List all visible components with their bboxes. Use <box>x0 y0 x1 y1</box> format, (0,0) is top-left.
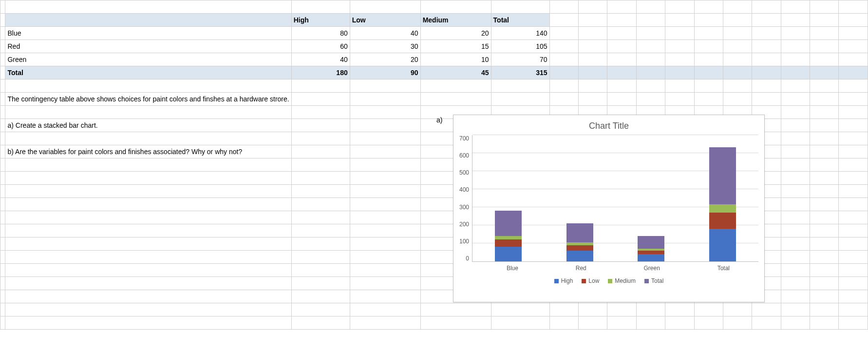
cell[interactable] <box>291 198 350 211</box>
cell[interactable] <box>781 53 810 66</box>
cell[interactable] <box>694 0 723 14</box>
cell[interactable] <box>636 14 665 27</box>
cell[interactable] <box>723 14 752 27</box>
legend-item[interactable]: Medium <box>608 277 636 284</box>
cell[interactable] <box>723 66 752 79</box>
cell[interactable] <box>839 66 868 79</box>
cell[interactable] <box>350 185 420 198</box>
cell[interactable] <box>291 224 350 237</box>
cell[interactable] <box>420 0 491 14</box>
cell[interactable] <box>810 251 839 264</box>
cell[interactable] <box>491 79 549 93</box>
cell[interactable] <box>578 316 607 330</box>
cell[interactable] <box>839 211 868 224</box>
table-cell[interactable]: 15 <box>420 40 491 53</box>
cell[interactable] <box>5 290 291 303</box>
cell[interactable] <box>0 185 5 198</box>
cell[interactable] <box>607 14 636 27</box>
cell[interactable] <box>0 172 5 185</box>
cell[interactable] <box>0 27 5 40</box>
cell[interactable] <box>781 290 810 303</box>
cell[interactable] <box>665 316 694 330</box>
cell[interactable] <box>491 303 549 316</box>
bar-green[interactable] <box>616 135 687 261</box>
cell[interactable] <box>839 132 868 145</box>
cell[interactable] <box>781 145 810 158</box>
cell[interactable] <box>839 0 868 14</box>
cell[interactable] <box>781 198 810 211</box>
cell[interactable] <box>781 0 810 14</box>
cell[interactable] <box>5 158 291 172</box>
cell[interactable] <box>491 0 549 14</box>
cell[interactable] <box>0 132 5 145</box>
table-total-label[interactable]: Total <box>5 66 291 79</box>
table-cell[interactable]: 20 <box>420 27 491 40</box>
cell[interactable] <box>781 93 810 106</box>
cell[interactable] <box>781 185 810 198</box>
cell[interactable] <box>350 158 420 172</box>
cell[interactable] <box>5 303 291 316</box>
cell[interactable] <box>0 303 5 316</box>
cell[interactable] <box>607 93 636 106</box>
cell[interactable] <box>665 53 694 66</box>
cell[interactable] <box>291 0 350 14</box>
table-total-cell[interactable]: 315 <box>491 66 549 79</box>
cell[interactable] <box>810 198 839 211</box>
cell[interactable] <box>5 251 291 264</box>
cell[interactable] <box>549 14 578 27</box>
cell[interactable] <box>781 303 810 316</box>
cell[interactable] <box>636 79 665 93</box>
table-cell[interactable]: 60 <box>291 40 350 53</box>
cell[interactable] <box>5 224 291 237</box>
table-header[interactable]: High <box>291 14 350 27</box>
cell[interactable] <box>810 277 839 290</box>
cell[interactable] <box>839 185 868 198</box>
cell[interactable] <box>0 198 5 211</box>
cell[interactable] <box>350 251 420 264</box>
cell[interactable] <box>578 0 607 14</box>
cell[interactable] <box>839 93 868 106</box>
cell[interactable] <box>607 316 636 330</box>
cell[interactable] <box>665 79 694 93</box>
bar-total[interactable] <box>687 135 758 261</box>
cell[interactable] <box>350 119 420 132</box>
table-cell[interactable]: 140 <box>491 27 549 40</box>
cell[interactable] <box>839 198 868 211</box>
cell[interactable] <box>291 158 350 172</box>
cell[interactable] <box>752 27 781 40</box>
table-cell[interactable]: 30 <box>350 40 420 53</box>
cell[interactable] <box>810 145 839 158</box>
table-row-label[interactable]: Green <box>5 53 291 66</box>
cell[interactable] <box>810 316 839 330</box>
cell[interactable] <box>839 237 868 251</box>
cell[interactable] <box>665 303 694 316</box>
cell[interactable] <box>578 27 607 40</box>
cell[interactable] <box>607 79 636 93</box>
cell[interactable] <box>607 27 636 40</box>
cell[interactable] <box>636 0 665 14</box>
cell[interactable] <box>0 251 5 264</box>
cell[interactable] <box>636 40 665 53</box>
cell[interactable] <box>350 79 420 93</box>
cell[interactable] <box>0 14 5 27</box>
cell[interactable] <box>0 79 5 93</box>
cell[interactable] <box>0 264 5 277</box>
cell[interactable] <box>839 172 868 185</box>
cell[interactable] <box>752 93 781 106</box>
cell[interactable] <box>350 198 420 211</box>
cell[interactable] <box>752 0 781 14</box>
cell[interactable] <box>0 237 5 251</box>
cell[interactable] <box>0 224 5 237</box>
cell[interactable] <box>549 316 578 330</box>
cell[interactable] <box>839 145 868 158</box>
cell[interactable] <box>5 277 291 290</box>
cell[interactable] <box>291 303 350 316</box>
table-total-cell[interactable]: 180 <box>291 66 350 79</box>
cell[interactable] <box>839 106 868 119</box>
cell[interactable] <box>607 66 636 79</box>
cell[interactable] <box>723 79 752 93</box>
cell[interactable] <box>5 14 291 27</box>
cell[interactable] <box>350 290 420 303</box>
cell[interactable] <box>549 66 578 79</box>
cell[interactable] <box>839 158 868 172</box>
